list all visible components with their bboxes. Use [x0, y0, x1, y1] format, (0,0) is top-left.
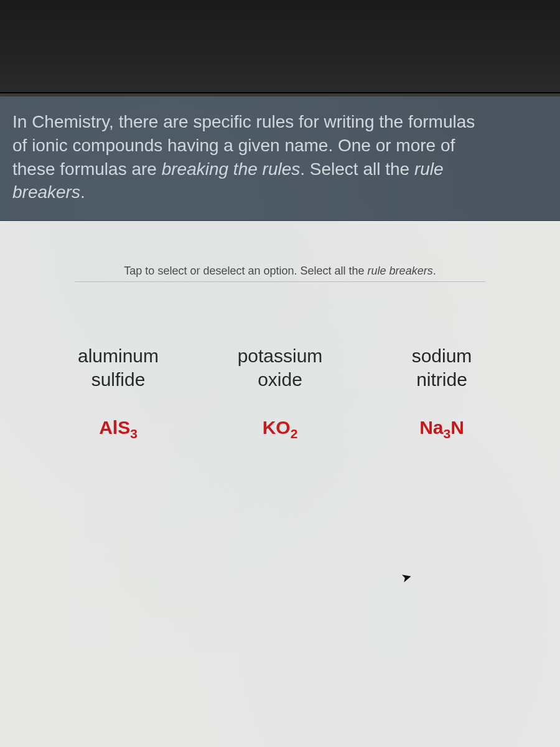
option-sodium-nitride[interactable]: sodium nitride Na3N	[361, 338, 523, 448]
quiz-screen: In Chemistry, there are specific rules f…	[0, 96, 560, 747]
question-text-l3d: rule	[414, 159, 444, 179]
option-potassium-oxide[interactable]: potassium oxide KO2	[199, 338, 361, 448]
compound-name-l1: aluminum	[78, 345, 159, 366]
compound-formula: Na3N	[367, 417, 516, 441]
instruction-suffix: .	[433, 265, 436, 277]
question-text-l3c: . Select all the	[300, 159, 414, 179]
question-text-l3b: breaking the rules	[162, 159, 301, 179]
question-text-l4end: .	[80, 182, 85, 202]
question-prompt: In Chemistry, there are specific rules f…	[0, 96, 560, 221]
compound-formula: AlS3	[44, 417, 193, 441]
compound-name-l1: potassium	[238, 345, 323, 366]
instruction-text: Tap to select or deselect an option. Sel…	[75, 265, 485, 282]
compound-formula: KO2	[205, 417, 355, 441]
device-bezel	[0, 0, 560, 93]
question-text-l3a: these formulas are	[12, 159, 162, 179]
compound-name-l2: nitride	[416, 369, 467, 390]
question-text-l4: breakers	[12, 182, 80, 202]
question-text-l2: of ionic compounds having a given name. …	[12, 136, 455, 155]
compound-name: potassium oxide	[205, 344, 355, 391]
compound-name-l2: oxide	[258, 369, 302, 390]
instruction-prefix: Tap to select or deselect an option. Sel…	[124, 265, 367, 277]
compound-name: sodium nitride	[367, 344, 516, 391]
question-text-l1: In Chemistry, there are specific rules f…	[12, 112, 475, 131]
instruction-italic: rule breakers	[368, 265, 433, 277]
compound-name-l1: sodium	[412, 345, 472, 366]
options-container: aluminum sulfide AlS3 potassium oxide KO…	[0, 338, 560, 448]
compound-name-l2: sulfide	[91, 369, 146, 390]
cursor-icon: ➤	[399, 568, 414, 586]
compound-name: aluminum sulfide	[44, 344, 193, 391]
option-aluminum-sulfide[interactable]: aluminum sulfide AlS3	[37, 338, 199, 448]
